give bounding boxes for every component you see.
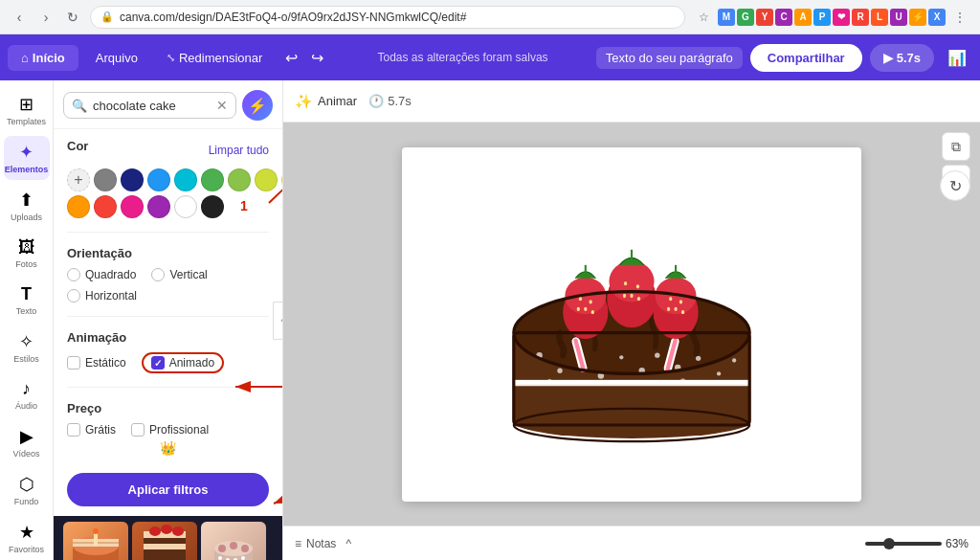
checkbox-animado-wrap: Animado: [142, 352, 224, 373]
color-cyan[interactable]: [174, 168, 197, 191]
color-green[interactable]: [201, 168, 224, 191]
fotos-icon: 🖼: [18, 237, 35, 258]
svg-point-57: [591, 310, 594, 314]
undo-button[interactable]: ↩: [279, 45, 303, 71]
animate-button[interactable]: ✨ Animar: [295, 93, 357, 110]
color-orange[interactable]: [67, 195, 90, 218]
file-menu-button[interactable]: Arquivo: [84, 45, 149, 71]
color-red[interactable]: [94, 195, 117, 218]
svg-point-5: [93, 528, 99, 534]
checkbox-profissional-label: Profissional: [149, 423, 209, 437]
reload-button[interactable]: ↻: [63, 8, 82, 27]
address-bar[interactable]: 🔒 canva.com/design/DAE3tFoQ4-o/9fAO9rx2d…: [90, 6, 685, 29]
sidebar-item-fundo[interactable]: ⬡ Fundo: [4, 468, 50, 512]
notes-icon: ≡: [295, 537, 301, 550]
apply-filters-button[interactable]: Aplicar filtros: [67, 473, 269, 506]
svg-point-68: [679, 300, 682, 303]
radio-vertical[interactable]: Vertical: [151, 268, 207, 281]
color-white[interactable]: [174, 195, 197, 218]
radio-quadrado[interactable]: Quadrado: [67, 268, 136, 281]
color-blue-dark[interactable]: [121, 168, 144, 191]
divider-1: [67, 232, 269, 233]
ext-2: G: [737, 9, 754, 26]
radio-horizontal[interactable]: Horizontal: [67, 289, 137, 302]
sidebar-item-uploads[interactable]: ⬆ Uploads: [4, 184, 50, 228]
play-button[interactable]: ▶ 5.7s: [870, 44, 934, 72]
svg-point-64: [637, 297, 640, 301]
resize-button[interactable]: ⤡ Redimensionar: [155, 45, 274, 71]
ext-9: L: [871, 9, 888, 26]
ai-search-button[interactable]: ⚡: [242, 90, 273, 121]
home-icon: ⌂: [21, 51, 29, 65]
sidebar-item-videos[interactable]: ▶ Vídeos: [4, 420, 50, 464]
menu-button[interactable]: ⋮: [949, 7, 970, 28]
checkbox-gratis[interactable]: Grátis: [67, 423, 116, 437]
canva-topbar: ⌂ Início Arquivo ⤡ Redimensionar ↩ ↪ Tod…: [0, 34, 980, 80]
notes-button[interactable]: ≡ Notas: [295, 537, 336, 550]
thumbnail-1[interactable]: [63, 522, 128, 560]
ai-icon: ⚡: [248, 97, 267, 115]
bookmark-button[interactable]: ☆: [693, 7, 714, 28]
svg-point-69: [674, 306, 677, 310]
time-display: 🕐 5.7s: [368, 94, 412, 108]
radio-horizontal-circle: [67, 289, 80, 302]
color-purple[interactable]: [147, 195, 170, 218]
thumbnail-2[interactable]: [132, 522, 197, 560]
svg-point-53: [579, 297, 582, 301]
play-icon: ▶: [883, 51, 893, 65]
ext-4: C: [775, 9, 792, 26]
add-color-swatch[interactable]: +: [67, 168, 90, 191]
panel-collapse-handle[interactable]: ‹: [273, 302, 283, 340]
home-button[interactable]: ⌂ Início: [8, 45, 78, 71]
sidebar-item-elementos[interactable]: ✦ Elementos: [4, 136, 50, 180]
color-green-light[interactable]: [228, 168, 251, 191]
favoritos-label: Favoritos: [9, 545, 44, 554]
color-blue[interactable]: [147, 168, 170, 191]
svg-rect-8: [144, 537, 186, 544]
stats-button[interactable]: 📊: [942, 45, 972, 71]
svg-point-56: [577, 306, 580, 310]
svg-point-17: [241, 545, 249, 552]
color-gray[interactable]: [94, 168, 117, 191]
ext-6: P: [813, 9, 831, 26]
sidebar-item-audio[interactable]: ♪ Áudio: [4, 373, 50, 416]
checkbox-profissional[interactable]: Profissional: [131, 423, 209, 437]
checkbox-animado[interactable]: Animado: [142, 352, 224, 373]
color-pink[interactable]: [121, 195, 144, 218]
checkbox-profissional-box: [131, 423, 145, 437]
bottom-bar: ≡ Notas ^ 63%: [283, 526, 980, 560]
estilos-label: Estilos: [13, 354, 39, 364]
ext-5: A: [794, 9, 812, 26]
checkbox-estatico[interactable]: Estático: [67, 352, 126, 373]
texto-label: Texto: [16, 306, 37, 316]
videos-icon: ▶: [20, 426, 33, 447]
search-input[interactable]: [93, 99, 211, 113]
ext-11: ⚡: [909, 9, 926, 26]
share-button[interactable]: Compartilhar: [750, 44, 862, 72]
sidebar-item-estilos[interactable]: ✧ Estilos: [4, 325, 50, 370]
chevron-up-button[interactable]: ^: [344, 535, 353, 552]
text-style-label[interactable]: Texto do seu parágrafo: [596, 47, 743, 69]
clear-search-button[interactable]: ✕: [216, 98, 228, 113]
refresh-canvas-button[interactable]: ↻: [940, 170, 970, 201]
svg-point-62: [630, 293, 633, 297]
redo-button[interactable]: ↪: [305, 45, 329, 71]
color-black[interactable]: [201, 195, 224, 218]
sidebar-item-texto[interactable]: T Texto: [4, 279, 50, 322]
sidebar-item-templates[interactable]: ⊞ Templates: [4, 88, 50, 132]
back-button[interactable]: ‹: [10, 8, 29, 27]
thumbnail-3[interactable]: [201, 522, 266, 560]
share-label: Compartilhar: [768, 51, 845, 65]
color-yellow-green[interactable]: [255, 168, 278, 191]
search-bar: 🔍 ✕ ⚡: [54, 80, 282, 129]
animate-sparkle-icon: ✨: [295, 93, 313, 110]
search-input-wrap[interactable]: 🔍 ✕: [63, 92, 236, 119]
zoom-slider[interactable]: [865, 542, 942, 546]
sidebar-item-favoritos[interactable]: ★ Favoritos: [4, 516, 50, 560]
duplicate-page-button[interactable]: ⧉: [942, 132, 970, 161]
sidebar-item-fotos[interactable]: 🖼 Fotos: [4, 232, 50, 275]
forward-button[interactable]: ›: [36, 8, 56, 27]
radio-quadrado-circle: [67, 268, 80, 281]
clear-all-button[interactable]: Limpar tudo: [209, 144, 269, 157]
clock-icon: 🕐: [368, 94, 384, 108]
